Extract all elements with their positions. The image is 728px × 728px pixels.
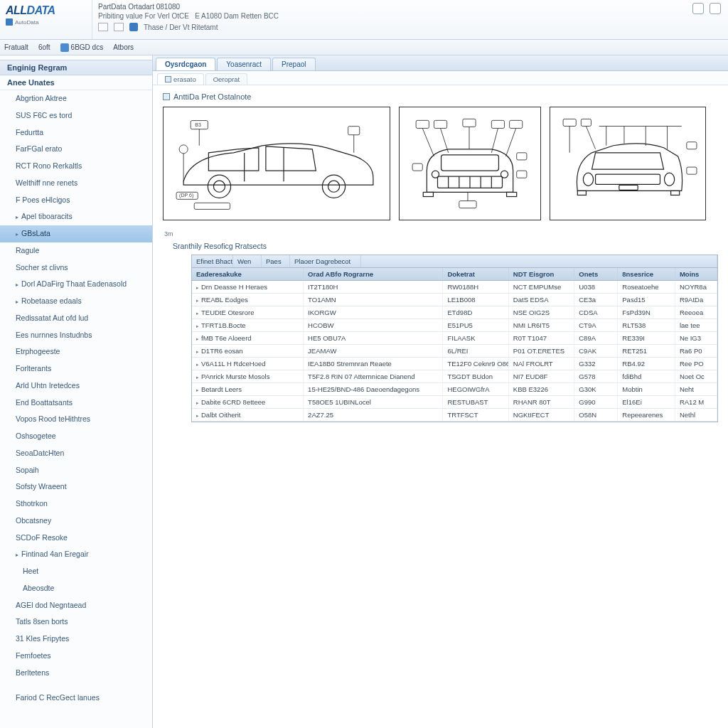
sidebar-item[interactable]: Welthiff nne renets <box>0 175 152 192</box>
table-cell: NI7 EUD8F <box>509 370 574 382</box>
sidebar-item[interactable]: FarFGal erato <box>0 141 152 158</box>
sidebar-item[interactable]: Forlterants <box>0 360 152 378</box>
table-cell: NCT EMPUMse <box>509 281 574 293</box>
table-cell: 15-HE25/BND-486 Daeoendagegons <box>304 383 443 395</box>
car-front-svg <box>405 113 535 214</box>
subtab-1[interactable]: Oeroprat <box>205 73 248 85</box>
svg-rect-29 <box>463 119 476 127</box>
dropdown-icon[interactable] <box>98 23 108 31</box>
table-row[interactable]: fMB T6e AloeerdHE5 OBU7AFILAASKR0T T1047… <box>192 332 717 345</box>
sidebar-item[interactable]: Etrphogeeste <box>0 343 152 360</box>
toolbar-item-2[interactable]: 6BGD dcs <box>60 43 104 52</box>
table-cell: RE339I <box>618 332 675 344</box>
subtab-0[interactable]: erasato <box>157 73 204 85</box>
table-cell: IT2T180H <box>304 281 443 293</box>
sidebar-item[interactable]: Sopaih <box>0 462 152 479</box>
sidebar-caret-3[interactable]: Robetaase edaals <box>0 293 152 310</box>
results-grid: Efinet Bhacte Wen Paes Plaoer Dagrebecot… <box>191 255 718 422</box>
table-cell: Reeoea <box>675 306 717 318</box>
tab-2[interactable]: Prepaol <box>272 58 315 70</box>
tab-0[interactable]: Oysrdcgaon <box>156 58 215 70</box>
svg-line-51 <box>586 126 595 149</box>
table-cell: TEUDtE Otesrore <box>192 306 304 318</box>
sidebar-item[interactable]: F Poes eHlcigos <box>0 192 152 209</box>
sidebar-caret-1[interactable]: Apel tiboaracits <box>0 208 152 225</box>
table-cell: Ne IG3 <box>675 332 717 344</box>
svg-rect-49 <box>581 119 591 126</box>
toolbar-item-0[interactable]: Fratualt <box>4 43 28 51</box>
sidebar-footer-item[interactable]: Fariod C RecGect lanues <box>0 690 152 707</box>
table-row[interactable]: PAnrick Murste MosolsT5F2.8 RIN 07 Atter… <box>192 370 717 383</box>
sidebar-item[interactable]: Redissatat Aut ofd lud <box>0 310 152 327</box>
sidebar-item[interactable]: Ragule <box>0 242 152 259</box>
table-row[interactable]: REABL EodgesTO1AMNLE1B008DatS EDSACE3aPa… <box>192 294 717 306</box>
dropdown-icon[interactable] <box>114 23 124 31</box>
table-row[interactable]: Dabite 6CRD 8etteeeT58OE5 1UBINLocelREST… <box>192 396 717 409</box>
toolbar-item-1[interactable]: 6oft <box>38 43 50 51</box>
doc-line3: Thase / Der Vt Ritetamt <box>98 23 722 31</box>
svg-point-24 <box>500 171 508 178</box>
toolbar-item-3[interactable]: Atbors <box>113 43 134 51</box>
table-row[interactable]: Dalbt Oitherit2AZ7.25TRTFSCTNGKtIFECTO58… <box>192 409 717 422</box>
diagram-side-view[interactable]: B3 (DP 6) <box>163 107 390 220</box>
sidebar-item[interactable]: SCDoF Resoke <box>0 530 152 547</box>
sidebar-item[interactable]: End Boattatsants <box>0 395 152 412</box>
svg-point-3 <box>328 181 339 192</box>
page-body: AnttiDa Pret Ostalnote <box>153 85 728 728</box>
sidebar-item-selected[interactable]: GBsLata <box>0 225 152 242</box>
sidebar-item[interactable]: Femfoetes <box>0 648 152 665</box>
sidebar-item[interactable]: Sthotrkon <box>0 496 152 513</box>
table-cell: U038 <box>574 281 618 293</box>
table-cell: HE5 OBU7A <box>304 332 443 344</box>
svg-point-10 <box>179 145 188 154</box>
sidebar-item[interactable]: Obcatsney <box>0 513 152 530</box>
sidebar-item[interactable]: Ees nurnnes Instudnbs <box>0 327 152 344</box>
sidebar-item[interactable]: Berltetens <box>0 665 152 682</box>
sidebar-item[interactable]: AGEl dod Negntaead <box>0 597 152 614</box>
sidebar-item[interactable]: Fedurtta <box>0 124 152 141</box>
table-cell: LE1B008 <box>443 294 508 306</box>
table-row[interactable]: TEUDtE OtesroreIKORGWETd98DNSE OIG2SCDSA… <box>192 306 717 319</box>
sidebar-item[interactable]: Arld Uhtn Iretedces <box>0 378 152 395</box>
svg-point-0 <box>208 175 230 198</box>
sidebar-item[interactable]: Heet <box>0 563 152 580</box>
table-cell: Neht <box>675 383 717 395</box>
sidebar-item[interactable]: SeoaDatcHten <box>0 445 152 462</box>
table-row[interactable]: TFRT1B.BocteHCOBWE51PU5NMI LR6IT5CT9ARLT… <box>192 319 717 332</box>
svg-rect-48 <box>563 119 576 126</box>
table-cell: G30K <box>574 383 618 395</box>
sidebar-item[interactable]: RCT Rono Rerkaltls <box>0 158 152 175</box>
table-cell: Ree PO <box>675 358 717 370</box>
diagram-front-view[interactable] <box>399 107 541 220</box>
table-cell: RB4.92 <box>618 358 675 370</box>
sidebar-item[interactable]: Abeosdte <box>0 580 152 597</box>
sidebar-item[interactable]: SUS F6C es tord <box>0 107 152 124</box>
table-row[interactable]: D1TR6 eosanJEAMAW6L/REIP01 OT.ERETESC9AK… <box>192 345 717 358</box>
svg-rect-46 <box>671 191 680 195</box>
sidebar-item[interactable]: Tatls 8sen borts <box>0 614 152 631</box>
diagram-rear-view[interactable] <box>550 107 706 220</box>
info-icon[interactable] <box>129 23 138 31</box>
svg-rect-38 <box>517 171 527 178</box>
table-row[interactable]: V6A11L H RdceHoedIEA18B0 Stremnran Reaet… <box>192 358 717 370</box>
sidebar-item[interactable]: Oshsogetee <box>0 428 152 445</box>
sidebar-item[interactable]: Abgrtion Aktree <box>0 90 152 107</box>
table-row[interactable]: Drn Deasse H HeraesIT2T180HRW0188HNCT EM… <box>192 281 717 294</box>
table-cell: RET251 <box>618 345 675 357</box>
sidebar-item[interactable]: Socher st clivns <box>0 259 152 277</box>
tab-1[interactable]: Yoasenract <box>217 58 271 70</box>
sidebar-caret-2[interactable]: Dorl ADaFirg Thaat Eadenasold <box>0 276 152 293</box>
sidebar-item[interactable]: Vopos Rood teHithtres <box>0 411 152 428</box>
export-icon[interactable] <box>692 3 704 14</box>
tabs: Oysrdcgaon Yoasenract Prepaol <box>153 55 728 71</box>
table-cell: RA12 M <box>675 396 717 408</box>
table-cell: Dalbt Oitherit <box>192 409 304 421</box>
svg-rect-47 <box>619 185 638 190</box>
top-right-icons <box>692 3 721 14</box>
main-area: Enginig Regram Anee Unates Abgrtion Aktr… <box>0 55 728 728</box>
sidebar-item[interactable]: Sofsty Wraeent <box>0 478 152 496</box>
sidebar-item[interactable]: 31 Kles Fripytes <box>0 631 152 648</box>
table-row[interactable]: Betardt Leers15-HE25/BND-486 Daeoendageg… <box>192 383 717 396</box>
print-icon[interactable] <box>710 3 721 14</box>
sidebar-caret-4[interactable]: Fintinad 4an Eregair <box>0 546 152 563</box>
